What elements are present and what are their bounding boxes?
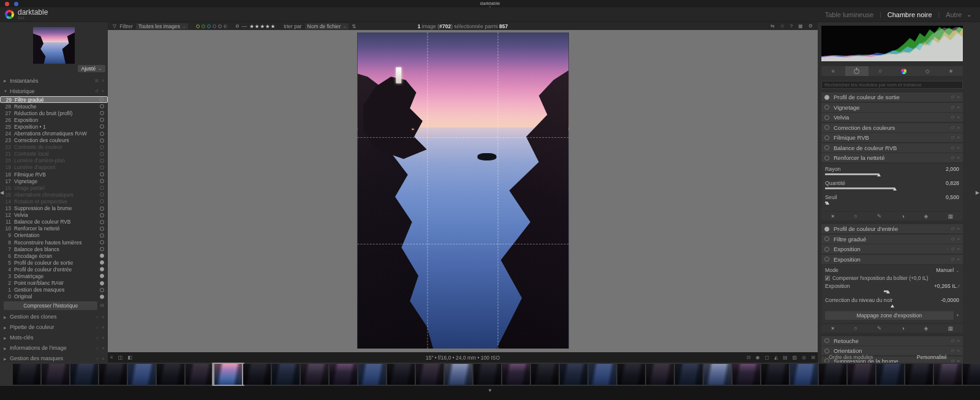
enable-toggle-icon[interactable] <box>100 132 104 136</box>
enable-toggle-icon[interactable] <box>100 186 104 190</box>
star-icon[interactable]: ☆ <box>780 23 785 29</box>
blend-off-icon[interactable]: × <box>831 325 834 331</box>
preferences-icon[interactable]: ⚙ <box>809 23 813 29</box>
filmstrip-thumbnail[interactable] <box>790 364 818 385</box>
color-assessment-icon[interactable]: ◧ <box>127 355 132 360</box>
compensate-exposure-checkbox[interactable]: ✓Compenser l'exposition du boîtier (+0,0… <box>825 275 959 281</box>
color-label-icon[interactable] <box>207 25 211 28</box>
filmstrip-thumbnail[interactable] <box>560 364 587 385</box>
enable-toggle-icon[interactable] <box>100 295 104 299</box>
enable-toggle-icon[interactable] <box>100 254 104 258</box>
filmstrip-collapse-arrow[interactable]: ▼ <box>488 388 492 393</box>
power-icon[interactable] <box>824 247 829 252</box>
presets-icon[interactable]: ≡ <box>957 338 960 344</box>
filmstrip-thumbnail[interactable] <box>876 364 904 385</box>
filmstrip-thumbnail[interactable] <box>128 364 156 385</box>
history-item[interactable]: 29Filtre gradué <box>0 96 108 103</box>
reset-icon[interactable]: ↺ <box>951 155 954 160</box>
module-header-profil-de-couleur-de-sortie[interactable]: Profil de couleur de sortie↺≡ <box>821 92 963 102</box>
history-item[interactable]: 0Original <box>0 293 108 300</box>
history-item[interactable]: 21Contraste local <box>0 151 108 157</box>
softproof-icon[interactable]: ▤ <box>783 355 788 360</box>
tab-effects-group[interactable]: ∗ <box>940 66 963 76</box>
color-label-icon[interactable] <box>196 25 200 28</box>
enable-toggle-icon[interactable] <box>99 97 104 102</box>
filmstrip-thumbnail[interactable] <box>243 364 271 385</box>
presets-icon[interactable]: ≡ <box>102 336 104 340</box>
histogram[interactable] <box>821 26 963 61</box>
reset-icon[interactable]: ↺ <box>951 125 954 130</box>
module-header-velvia[interactable]: Velvia↺≡ <box>821 113 963 122</box>
add-icon[interactable]: + <box>956 312 959 319</box>
gamut-check-icon[interactable]: ▥ <box>793 355 797 360</box>
module-header-vignetage[interactable]: Vignetage↺≡ <box>821 103 963 112</box>
presets-icon[interactable]: ≡ <box>957 236 960 242</box>
power-icon[interactable] <box>824 156 829 160</box>
reset-icon[interactable]: ↺ <box>951 348 954 353</box>
enable-toggle-icon[interactable] <box>100 247 104 251</box>
sort-direction-icon[interactable]: ⇅ <box>352 23 356 29</box>
right-panel-collapse-arrow[interactable]: ▶ <box>976 190 979 195</box>
filmstrip-thumbnail[interactable] <box>733 364 760 385</box>
module-order-value[interactable]: Personnalisé <box>917 354 947 360</box>
section-history[interactable]: ▼ Historique ↺ ≡ <box>0 86 108 96</box>
filmstrip-thumbnail[interactable] <box>819 364 846 385</box>
history-item[interactable]: 11Balance de couleur RVB <box>0 219 108 225</box>
history-item[interactable]: 7Balance des blancs <box>0 246 108 252</box>
module-header-filmique-rvb[interactable]: Filmique RVB↺≡ <box>821 133 963 142</box>
history-item[interactable]: 1Gestion des masques <box>0 287 108 293</box>
presets-icon[interactable]: ≡ <box>957 94 960 100</box>
slider-track[interactable] <box>825 201 959 205</box>
focus-peaking-icon[interactable]: ◎ <box>802 355 806 360</box>
enable-toggle-icon[interactable] <box>100 124 104 129</box>
slider-seuil[interactable]: Seuil0,500 <box>825 194 959 205</box>
presets-icon[interactable]: ≡ <box>957 257 960 262</box>
blend-raster-mask-icon[interactable]: ▦ <box>948 213 953 219</box>
filmstrip-thumbnail[interactable] <box>358 364 386 385</box>
thumbnail-grid-icon[interactable]: ≡ <box>110 355 113 360</box>
history-item[interactable]: 15Aberrations chromatiques <box>0 191 108 198</box>
filmstrip-thumbnail[interactable] <box>617 364 645 385</box>
module-header-filtre-gradu-[interactable]: Filtre gradué↺≡ <box>821 235 963 244</box>
enable-toggle-icon[interactable] <box>100 192 104 197</box>
presets-icon[interactable]: ≡ <box>102 346 104 350</box>
history-item[interactable]: 19Lumière d'appoint <box>0 164 108 171</box>
tab-active-modules[interactable]: ≡ <box>821 66 845 76</box>
enable-toggle-icon[interactable] <box>100 233 104 238</box>
presets-icon[interactable]: ≡ <box>957 105 960 110</box>
filmstrip-thumbnail[interactable] <box>704 364 731 385</box>
history-item[interactable]: 6Encodage écran <box>0 252 108 259</box>
history-item[interactable]: 17Vignetage <box>0 178 108 184</box>
reset-icon[interactable]: ○ <box>96 346 99 350</box>
filmstrip-thumbnail[interactable] <box>186 364 213 385</box>
filmstrip-thumbnail[interactable] <box>531 364 559 385</box>
history-item[interactable]: 8Reconstruire hautes lumières <box>0 239 108 246</box>
enable-toggle-icon[interactable] <box>100 274 104 278</box>
shortcuts-icon[interactable]: ▦ <box>798 23 803 29</box>
filmstrip-thumbnail[interactable] <box>445 364 472 385</box>
blend-parametric-mask-icon[interactable]: ◑ <box>901 325 904 331</box>
slider-track[interactable] <box>825 173 959 176</box>
view-tab-chambre-noire[interactable]: Chambre noire <box>888 11 932 18</box>
presets-icon[interactable]: ≡ <box>102 357 104 361</box>
presets-icon[interactable]: ≡ <box>957 135 960 140</box>
presets-icon[interactable]: ≡ <box>957 125 960 130</box>
edited-photo[interactable] <box>357 32 568 349</box>
module-header-renforcer-la-nettet-[interactable]: Renforcer la netteté↺≡ <box>821 153 963 162</box>
filmstrip-thumbnail[interactable] <box>330 364 357 385</box>
enable-toggle-icon[interactable] <box>100 240 104 244</box>
power-icon[interactable] <box>824 115 829 120</box>
module-header-exposition[interactable]: Exposition▫↺≡ <box>821 244 963 254</box>
history-item[interactable]: 14Rotation et perspective <box>0 198 108 205</box>
history-item[interactable]: 18Filmique RVB <box>0 171 108 178</box>
exposure-mapping-button[interactable]: Mappage zone d'exposition <box>825 311 954 320</box>
power-icon[interactable] <box>824 227 829 232</box>
compress-history-button[interactable]: Compresser l'historique <box>4 301 97 310</box>
reset-icon[interactable]: ↺ <box>95 89 99 94</box>
module-search-input[interactable] <box>821 81 963 89</box>
tab-color-group[interactable] <box>892 66 916 76</box>
color-label-icon[interactable] <box>213 25 216 28</box>
guide-lines-icon[interactable]: ⊞ <box>811 355 815 360</box>
enable-toggle-icon[interactable] <box>100 281 104 285</box>
left-panel-collapse-arrow[interactable]: ◀ <box>0 190 4 195</box>
